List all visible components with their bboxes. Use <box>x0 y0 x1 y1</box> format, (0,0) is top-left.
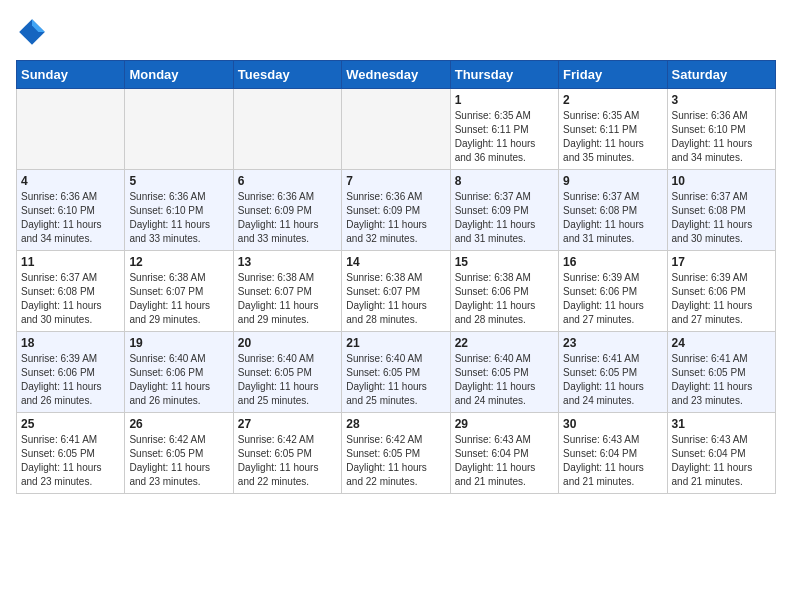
day-info: Sunrise: 6:40 AM Sunset: 6:05 PM Dayligh… <box>238 352 337 408</box>
day-number: 1 <box>455 93 554 107</box>
calendar-cell <box>125 89 233 170</box>
calendar-cell: 16Sunrise: 6:39 AM Sunset: 6:06 PM Dayli… <box>559 251 667 332</box>
calendar-cell: 27Sunrise: 6:42 AM Sunset: 6:05 PM Dayli… <box>233 413 341 494</box>
calendar-header-row: SundayMondayTuesdayWednesdayThursdayFrid… <box>17 61 776 89</box>
day-info: Sunrise: 6:43 AM Sunset: 6:04 PM Dayligh… <box>455 433 554 489</box>
calendar-cell: 22Sunrise: 6:40 AM Sunset: 6:05 PM Dayli… <box>450 332 558 413</box>
calendar-cell: 30Sunrise: 6:43 AM Sunset: 6:04 PM Dayli… <box>559 413 667 494</box>
calendar-cell: 2Sunrise: 6:35 AM Sunset: 6:11 PM Daylig… <box>559 89 667 170</box>
calendar-week-row: 11Sunrise: 6:37 AM Sunset: 6:08 PM Dayli… <box>17 251 776 332</box>
calendar-cell: 25Sunrise: 6:41 AM Sunset: 6:05 PM Dayli… <box>17 413 125 494</box>
calendar-cell: 31Sunrise: 6:43 AM Sunset: 6:04 PM Dayli… <box>667 413 775 494</box>
day-number: 13 <box>238 255 337 269</box>
day-number: 18 <box>21 336 120 350</box>
calendar-cell <box>17 89 125 170</box>
day-number: 5 <box>129 174 228 188</box>
calendar-cell: 18Sunrise: 6:39 AM Sunset: 6:06 PM Dayli… <box>17 332 125 413</box>
calendar-week-row: 18Sunrise: 6:39 AM Sunset: 6:06 PM Dayli… <box>17 332 776 413</box>
weekday-header: Tuesday <box>233 61 341 89</box>
day-info: Sunrise: 6:36 AM Sunset: 6:09 PM Dayligh… <box>346 190 445 246</box>
calendar-cell: 15Sunrise: 6:38 AM Sunset: 6:06 PM Dayli… <box>450 251 558 332</box>
calendar-cell: 3Sunrise: 6:36 AM Sunset: 6:10 PM Daylig… <box>667 89 775 170</box>
day-number: 21 <box>346 336 445 350</box>
day-number: 23 <box>563 336 662 350</box>
day-info: Sunrise: 6:41 AM Sunset: 6:05 PM Dayligh… <box>21 433 120 489</box>
logo-icon <box>16 16 48 48</box>
day-info: Sunrise: 6:38 AM Sunset: 6:06 PM Dayligh… <box>455 271 554 327</box>
calendar-week-row: 4Sunrise: 6:36 AM Sunset: 6:10 PM Daylig… <box>17 170 776 251</box>
day-number: 15 <box>455 255 554 269</box>
calendar-cell: 26Sunrise: 6:42 AM Sunset: 6:05 PM Dayli… <box>125 413 233 494</box>
day-info: Sunrise: 6:35 AM Sunset: 6:11 PM Dayligh… <box>563 109 662 165</box>
logo <box>16 16 52 48</box>
day-info: Sunrise: 6:42 AM Sunset: 6:05 PM Dayligh… <box>346 433 445 489</box>
day-info: Sunrise: 6:36 AM Sunset: 6:10 PM Dayligh… <box>129 190 228 246</box>
day-info: Sunrise: 6:41 AM Sunset: 6:05 PM Dayligh… <box>563 352 662 408</box>
calendar-cell: 4Sunrise: 6:36 AM Sunset: 6:10 PM Daylig… <box>17 170 125 251</box>
day-info: Sunrise: 6:43 AM Sunset: 6:04 PM Dayligh… <box>672 433 771 489</box>
day-number: 24 <box>672 336 771 350</box>
day-info: Sunrise: 6:37 AM Sunset: 6:08 PM Dayligh… <box>21 271 120 327</box>
day-info: Sunrise: 6:40 AM Sunset: 6:06 PM Dayligh… <box>129 352 228 408</box>
day-number: 11 <box>21 255 120 269</box>
day-number: 3 <box>672 93 771 107</box>
calendar-cell: 5Sunrise: 6:36 AM Sunset: 6:10 PM Daylig… <box>125 170 233 251</box>
weekday-header: Friday <box>559 61 667 89</box>
day-number: 17 <box>672 255 771 269</box>
calendar-cell: 14Sunrise: 6:38 AM Sunset: 6:07 PM Dayli… <box>342 251 450 332</box>
day-info: Sunrise: 6:37 AM Sunset: 6:09 PM Dayligh… <box>455 190 554 246</box>
day-number: 4 <box>21 174 120 188</box>
day-info: Sunrise: 6:36 AM Sunset: 6:09 PM Dayligh… <box>238 190 337 246</box>
day-number: 29 <box>455 417 554 431</box>
page-header <box>16 16 776 48</box>
weekday-header: Thursday <box>450 61 558 89</box>
day-number: 31 <box>672 417 771 431</box>
day-number: 2 <box>563 93 662 107</box>
calendar-cell: 28Sunrise: 6:42 AM Sunset: 6:05 PM Dayli… <box>342 413 450 494</box>
weekday-header: Saturday <box>667 61 775 89</box>
day-number: 10 <box>672 174 771 188</box>
day-number: 6 <box>238 174 337 188</box>
calendar-cell: 21Sunrise: 6:40 AM Sunset: 6:05 PM Dayli… <box>342 332 450 413</box>
day-info: Sunrise: 6:39 AM Sunset: 6:06 PM Dayligh… <box>672 271 771 327</box>
day-info: Sunrise: 6:39 AM Sunset: 6:06 PM Dayligh… <box>21 352 120 408</box>
day-number: 14 <box>346 255 445 269</box>
day-info: Sunrise: 6:40 AM Sunset: 6:05 PM Dayligh… <box>455 352 554 408</box>
day-number: 8 <box>455 174 554 188</box>
day-info: Sunrise: 6:43 AM Sunset: 6:04 PM Dayligh… <box>563 433 662 489</box>
day-info: Sunrise: 6:38 AM Sunset: 6:07 PM Dayligh… <box>346 271 445 327</box>
calendar-cell: 7Sunrise: 6:36 AM Sunset: 6:09 PM Daylig… <box>342 170 450 251</box>
calendar-cell: 8Sunrise: 6:37 AM Sunset: 6:09 PM Daylig… <box>450 170 558 251</box>
day-info: Sunrise: 6:35 AM Sunset: 6:11 PM Dayligh… <box>455 109 554 165</box>
day-number: 7 <box>346 174 445 188</box>
day-number: 9 <box>563 174 662 188</box>
calendar-cell: 11Sunrise: 6:37 AM Sunset: 6:08 PM Dayli… <box>17 251 125 332</box>
calendar-cell: 6Sunrise: 6:36 AM Sunset: 6:09 PM Daylig… <box>233 170 341 251</box>
day-info: Sunrise: 6:36 AM Sunset: 6:10 PM Dayligh… <box>21 190 120 246</box>
calendar-week-row: 25Sunrise: 6:41 AM Sunset: 6:05 PM Dayli… <box>17 413 776 494</box>
calendar-cell: 19Sunrise: 6:40 AM Sunset: 6:06 PM Dayli… <box>125 332 233 413</box>
calendar-table: SundayMondayTuesdayWednesdayThursdayFrid… <box>16 60 776 494</box>
day-info: Sunrise: 6:39 AM Sunset: 6:06 PM Dayligh… <box>563 271 662 327</box>
calendar-cell: 13Sunrise: 6:38 AM Sunset: 6:07 PM Dayli… <box>233 251 341 332</box>
calendar-cell: 9Sunrise: 6:37 AM Sunset: 6:08 PM Daylig… <box>559 170 667 251</box>
weekday-header: Wednesday <box>342 61 450 89</box>
calendar-cell: 1Sunrise: 6:35 AM Sunset: 6:11 PM Daylig… <box>450 89 558 170</box>
day-info: Sunrise: 6:41 AM Sunset: 6:05 PM Dayligh… <box>672 352 771 408</box>
day-info: Sunrise: 6:42 AM Sunset: 6:05 PM Dayligh… <box>238 433 337 489</box>
day-number: 19 <box>129 336 228 350</box>
calendar-cell: 23Sunrise: 6:41 AM Sunset: 6:05 PM Dayli… <box>559 332 667 413</box>
calendar-cell: 17Sunrise: 6:39 AM Sunset: 6:06 PM Dayli… <box>667 251 775 332</box>
calendar-cell: 20Sunrise: 6:40 AM Sunset: 6:05 PM Dayli… <box>233 332 341 413</box>
day-number: 27 <box>238 417 337 431</box>
day-number: 16 <box>563 255 662 269</box>
calendar-cell: 10Sunrise: 6:37 AM Sunset: 6:08 PM Dayli… <box>667 170 775 251</box>
weekday-header: Monday <box>125 61 233 89</box>
day-info: Sunrise: 6:38 AM Sunset: 6:07 PM Dayligh… <box>238 271 337 327</box>
calendar-cell <box>342 89 450 170</box>
day-number: 25 <box>21 417 120 431</box>
weekday-header: Sunday <box>17 61 125 89</box>
day-number: 28 <box>346 417 445 431</box>
day-number: 20 <box>238 336 337 350</box>
day-info: Sunrise: 6:40 AM Sunset: 6:05 PM Dayligh… <box>346 352 445 408</box>
